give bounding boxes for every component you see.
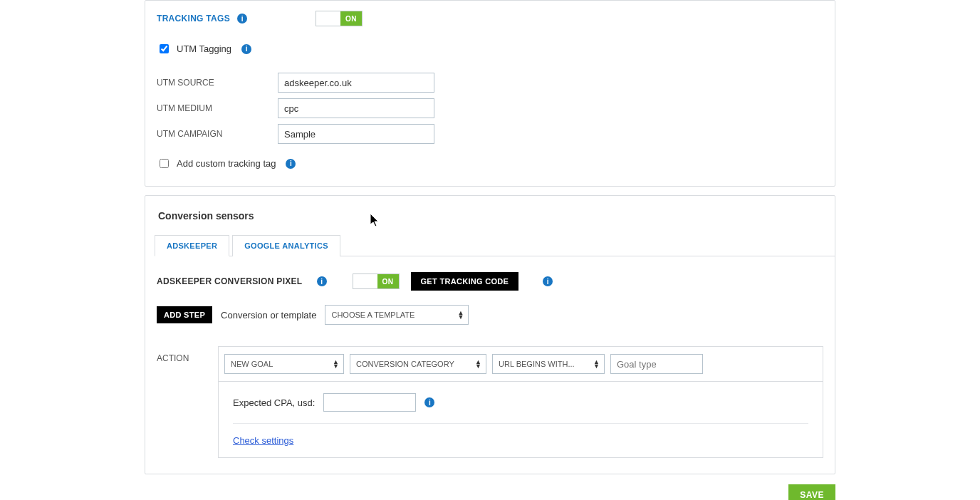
utm-medium-label: UTM MEDIUM [157, 103, 278, 113]
tab-google-analytics[interactable]: GOOGLE ANALYTICS [232, 235, 340, 256]
new-goal-select[interactable]: NEW GOAL ▲▼ [224, 354, 344, 374]
add-custom-tracking-label: Add custom tracking tag [177, 158, 276, 169]
add-step-button[interactable]: ADD STEP [157, 306, 212, 323]
goal-type-input[interactable] [610, 354, 703, 374]
info-icon[interactable]: i [543, 276, 553, 286]
utm-campaign-input[interactable] [278, 124, 434, 144]
new-goal-value: NEW GOAL [231, 360, 273, 368]
get-tracking-code-button[interactable]: GET TRACKING CODE [411, 272, 519, 291]
utm-tagging-label: UTM Tagging [177, 43, 231, 54]
expected-cpa-input[interactable] [323, 393, 416, 412]
conversion-or-template-label: Conversion or template [221, 310, 316, 321]
conversion-sensors-title: Conversion sensors [158, 210, 822, 222]
choose-template-value: CHOOSE A TEMPLATE [331, 311, 415, 319]
sort-arrows-icon: ▲▼ [593, 360, 600, 368]
info-icon[interactable]: i [286, 159, 296, 169]
choose-template-select[interactable]: CHOOSE A TEMPLATE ▲▼ [325, 305, 469, 325]
add-custom-tracking-checkbox[interactable] [160, 159, 169, 168]
info-icon[interactable]: i [424, 397, 434, 407]
sort-arrows-icon: ▲▼ [458, 311, 464, 319]
tracking-tags-title: TRACKING TAGS [157, 14, 230, 24]
url-begins-value: URL BEGINS WITH... [499, 360, 575, 368]
action-label: ACTION [157, 342, 207, 363]
url-begins-select[interactable]: URL BEGINS WITH... ▲▼ [492, 354, 605, 374]
sort-arrows-icon: ▲▼ [333, 360, 339, 368]
toggle-on-label: ON [340, 11, 362, 26]
action-block: NEW GOAL ▲▼ CONVERSION CATEGORY ▲▼ URL B… [218, 346, 823, 458]
pixel-toggle[interactable]: ON [353, 274, 400, 289]
toggle-on-label: ON [377, 274, 399, 288]
info-icon[interactable]: i [237, 14, 247, 24]
info-icon[interactable]: i [317, 276, 327, 286]
conversion-tabs: ADSKEEPER GOOGLE ANALYTICS [155, 234, 835, 256]
info-icon[interactable]: i [241, 44, 251, 54]
sort-arrows-icon: ▲▼ [475, 360, 481, 368]
utm-campaign-label: UTM CAMPAIGN [157, 129, 278, 139]
save-button[interactable]: SAVE [788, 484, 835, 500]
check-settings-link[interactable]: Check settings [233, 435, 293, 446]
utm-source-label: UTM SOURCE [157, 78, 278, 88]
pixel-label: ADSKEEPER CONVERSION PIXEL [157, 276, 303, 286]
conversion-category-value: CONVERSION CATEGORY [356, 360, 454, 368]
tab-adskeeper[interactable]: ADSKEEPER [155, 235, 229, 256]
tracking-toggle[interactable]: ON [316, 11, 363, 26]
utm-medium-input[interactable] [278, 98, 434, 118]
utm-tagging-checkbox[interactable] [160, 44, 169, 53]
tracking-tags-panel: TRACKING TAGS i ON UTM Tagging i UTM SOU… [145, 0, 835, 187]
expected-cpa-label: Expected CPA, usd: [233, 397, 315, 408]
utm-source-input[interactable] [278, 73, 434, 93]
conversion-sensors-panel: Conversion sensors ADSKEEPER GOOGLE ANAL… [145, 195, 835, 474]
conversion-category-select[interactable]: CONVERSION CATEGORY ▲▼ [350, 354, 486, 374]
